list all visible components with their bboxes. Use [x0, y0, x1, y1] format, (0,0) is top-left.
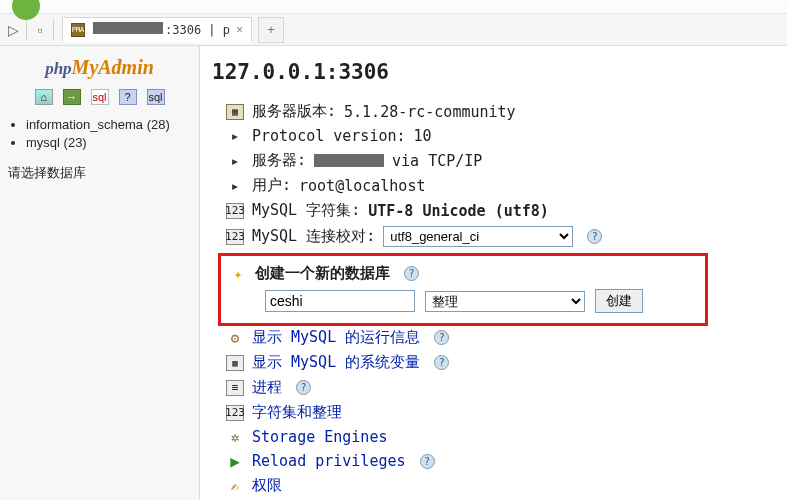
create-db-label: 创建一个新的数据库 [255, 264, 390, 283]
app-top-strip [0, 0, 787, 14]
new-db-collation-select[interactable]: 整理 [425, 291, 585, 312]
charset-icon: 123 [226, 405, 244, 421]
tab-title: :3306 | p [91, 22, 230, 37]
charset-row: 123 MySQL 字符集: UTF-8 Unicode (utf8) [212, 201, 787, 220]
close-icon[interactable]: × [236, 23, 243, 37]
main-content: 127.0.0.1:3306 ▦ 服务器版本: 5.1.28-rc-commun… [200, 46, 787, 500]
value: 10 [414, 127, 432, 145]
label: MySQL 连接校对: [252, 227, 375, 246]
value: UTF-8 Unicode (utf8) [368, 202, 549, 220]
label: 服务器: [252, 151, 306, 170]
create-button[interactable]: 创建 [595, 289, 643, 313]
protocol-version-row: Protocol version: 10 [212, 127, 787, 145]
value: root@localhost [299, 177, 425, 195]
logout-icon[interactable]: → [63, 89, 81, 105]
play-icon[interactable]: ▷ [4, 22, 22, 38]
sidebar: phpMyAdmin ⌂ → sql ? sql information_sch… [0, 46, 200, 500]
privileges-link[interactable]: 权限 [252, 476, 282, 495]
triangle-icon [226, 178, 244, 194]
phpmyadmin-logo: phpMyAdmin [8, 56, 191, 79]
vars-icon: ▦ [226, 355, 244, 371]
runtime-info-link-row: ⚙ 显示 MySQL 的运行信息 ? [212, 328, 787, 347]
engines-link-row: ✲ Storage Engines [212, 428, 787, 446]
new-tab-button[interactable]: + [258, 17, 284, 43]
tab-overview-icon[interactable]: ▫ [31, 22, 49, 38]
reload-privs-link-row: ▶ Reload privileges ? [212, 452, 787, 470]
new-db-name-input[interactable] [265, 290, 415, 312]
server-version-row: ▦ 服务器版本: 5.1.28-rc-community [212, 102, 787, 121]
processes-link-row: ≡ 进程 ? [212, 378, 787, 397]
user-row: 用户: root@localhost [212, 176, 787, 195]
server-icon: ▦ [226, 104, 244, 120]
charsets-link-row: 123 字符集和整理 [212, 403, 787, 422]
suffix: via TCP/IP [392, 152, 482, 170]
system-vars-link[interactable]: 显示 MySQL 的系统变量 [252, 353, 420, 372]
db-item-mysql[interactable]: mysql (23) [26, 135, 191, 150]
db-name: mysql [26, 135, 60, 150]
help-icon[interactable]: ? [296, 380, 311, 395]
choose-db-label: 请选择数据库 [8, 164, 191, 182]
engine-icon: ✲ [226, 429, 244, 445]
divider [26, 19, 27, 41]
divider [53, 19, 54, 41]
system-vars-link-row: ▦ 显示 MySQL 的系统变量 ? [212, 353, 787, 372]
charset-icon: 123 [226, 203, 244, 219]
triangle-icon [226, 128, 244, 144]
reload-privs-link[interactable]: Reload privileges [252, 452, 406, 470]
value: 5.1.28-rc-community [344, 103, 516, 121]
logo-myadmin: MyAdmin [72, 56, 154, 78]
browser-tab[interactable]: PMA :3306 | p × [62, 17, 252, 43]
status-icon: ⚙ [226, 330, 244, 346]
label: 用户: [252, 176, 291, 195]
collation-select[interactable]: utf8_general_ci [383, 226, 573, 247]
help-icon[interactable]: ? [420, 454, 435, 469]
label: MySQL 字符集: [252, 201, 360, 220]
key-icon: ✍ [226, 478, 244, 494]
db-count: (23) [64, 135, 87, 150]
help-icon[interactable]: ? [434, 355, 449, 370]
db-count: (28) [147, 117, 170, 132]
docs-icon[interactable]: ? [119, 89, 137, 105]
processes-link[interactable]: 进程 [252, 378, 282, 397]
logo-php: php [45, 59, 71, 78]
help-icon[interactable]: ? [404, 266, 419, 281]
redacted-host [93, 22, 163, 34]
browser-tab-bar: ▷ ▫ PMA :3306 | p × + [0, 14, 787, 46]
reload-icon: ▶ [226, 453, 244, 469]
db-name: information_schema [26, 117, 143, 132]
triangle-icon [226, 153, 244, 169]
help-icon[interactable]: ? [587, 229, 602, 244]
database-list: information_schema (28) mysql (23) [8, 117, 191, 150]
charsets-link[interactable]: 字符集和整理 [252, 403, 342, 422]
home-icon[interactable]: ⌂ [35, 89, 53, 105]
sidebar-toolbar: ⌂ → sql ? sql [8, 89, 191, 105]
collation-icon: 123 [226, 229, 244, 245]
engines-link[interactable]: Storage Engines [252, 428, 387, 446]
help-icon[interactable]: ? [434, 330, 449, 345]
label: 服务器版本: [252, 102, 336, 121]
sql-icon[interactable]: sql [91, 89, 109, 105]
privileges-link-row: ✍ 权限 [212, 476, 787, 495]
bulb-icon: ✦ [229, 266, 247, 282]
query-window-icon[interactable]: sql [147, 89, 165, 105]
page-title: 127.0.0.1:3306 [212, 60, 787, 84]
db-item-information-schema[interactable]: information_schema (28) [26, 117, 191, 132]
collation-row: 123 MySQL 连接校对: utf8_general_ci ? [212, 226, 787, 247]
create-database-box: ✦ 创建一个新的数据库 ? 整理 创建 [218, 253, 708, 326]
processes-icon: ≡ [226, 380, 244, 396]
redacted-host [314, 154, 384, 167]
server-host-row: 服务器: via TCP/IP [212, 151, 787, 170]
runtime-info-link[interactable]: 显示 MySQL 的运行信息 [252, 328, 420, 347]
label: Protocol version: [252, 127, 406, 145]
favicon-pma: PMA [71, 23, 85, 37]
